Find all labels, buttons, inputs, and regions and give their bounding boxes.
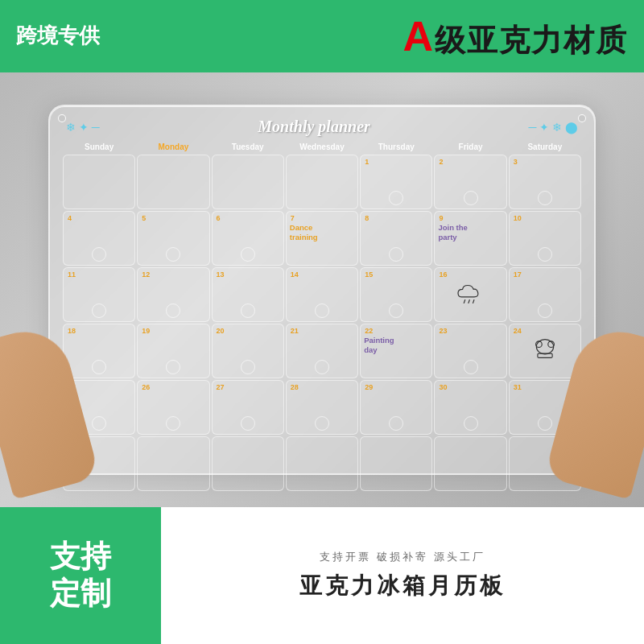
cell-circle bbox=[389, 191, 403, 205]
cell-27: 27 bbox=[212, 380, 284, 435]
cell-2: 2 bbox=[434, 155, 506, 209]
header-monday: Monday bbox=[137, 141, 209, 153]
planner-title: Monthly planner bbox=[258, 118, 369, 136]
calendar-rows: 1 2 3 bbox=[63, 155, 581, 491]
calendar-row-2: 4 5 6 7 Dancetraining bbox=[63, 211, 581, 266]
dance-training-event: Dancetraining bbox=[290, 223, 318, 243]
cell-circle bbox=[92, 247, 106, 262]
cell-circle bbox=[166, 416, 180, 431]
product-name: 亚克力冰箱月历板 bbox=[299, 571, 506, 601]
calendar-grid: Sunday Monday Tuesday Wednesday Thursday… bbox=[63, 141, 581, 491]
cloud-icon bbox=[455, 278, 487, 306]
painting-day-event: Paintingday bbox=[364, 336, 394, 356]
cell-18: 18 bbox=[63, 324, 135, 378]
cell-circle bbox=[92, 303, 106, 318]
chef-hat-icon bbox=[530, 332, 560, 365]
cell-circle bbox=[538, 416, 552, 431]
header-thursday: Thursday bbox=[360, 141, 432, 153]
pin-top-right bbox=[578, 114, 586, 122]
cell-circle bbox=[166, 303, 180, 318]
cell-circle bbox=[166, 360, 180, 374]
cell-23: 23 bbox=[434, 324, 506, 378]
cell-circle bbox=[538, 247, 552, 262]
page-wrapper: 跨境专供 A级亚克力材质 ❄ ✦ ─ Monthly planner ─ ✦ ❄… bbox=[0, 0, 644, 644]
cell-empty bbox=[286, 155, 358, 209]
cell-circle bbox=[389, 303, 403, 318]
decoration-left-icon: ❄ ✦ ─ bbox=[66, 121, 100, 134]
cell-9-party: 9 Join theparty bbox=[434, 211, 506, 266]
header-tuesday: Tuesday bbox=[212, 141, 284, 153]
header-sunday: Sunday bbox=[63, 141, 135, 153]
cell-13: 13 bbox=[212, 267, 284, 322]
cell-7-dance: 7 Dancetraining bbox=[286, 211, 358, 266]
cell-circle bbox=[538, 303, 552, 318]
cell-21: 21 bbox=[286, 324, 358, 378]
calendar-header-row: Sunday Monday Tuesday Wednesday Thursday… bbox=[63, 141, 581, 153]
cell-circle bbox=[464, 416, 478, 431]
svg-line-1 bbox=[468, 299, 469, 303]
cell-empty bbox=[360, 436, 432, 491]
product-info: 支持开票 破损补寄 源头工厂 亚克力冰箱月历板 bbox=[161, 507, 644, 644]
grade-a: A bbox=[402, 13, 435, 60]
cell-11: 11 bbox=[63, 267, 135, 322]
pin-top-left bbox=[58, 114, 66, 122]
calendar-row-5: 25 26 27 28 bbox=[63, 380, 581, 435]
cell-10: 10 bbox=[509, 211, 581, 266]
cell-empty bbox=[63, 155, 135, 209]
top-banner: 跨境专供 A级亚克力材质 bbox=[0, 0, 644, 72]
cell-17: 17 bbox=[509, 267, 581, 322]
cell-empty bbox=[212, 436, 284, 491]
cell-circle bbox=[464, 191, 478, 205]
cell-circle bbox=[389, 247, 403, 262]
cell-circle bbox=[241, 303, 255, 318]
acrylic-board: ❄ ✦ ─ Monthly planner ─ ✦ ❄ ⬤ Sunday Mon… bbox=[48, 105, 596, 475]
cell-empty bbox=[434, 436, 506, 491]
cell-empty bbox=[137, 436, 209, 491]
calendar-row-3: 11 12 13 14 bbox=[63, 267, 581, 322]
cell-circle bbox=[92, 416, 106, 431]
cell-16-cloud: 16 bbox=[434, 267, 506, 322]
cell-circle bbox=[241, 247, 255, 262]
cell-1: 1 bbox=[360, 155, 432, 209]
cell-8: 8 bbox=[360, 211, 432, 266]
header-saturday: Saturday bbox=[509, 141, 581, 153]
cell-24-chef: 24 bbox=[509, 324, 581, 378]
service-text: 支持开票 破损补寄 源头工厂 bbox=[320, 550, 485, 564]
cell-empty bbox=[137, 155, 209, 209]
header-wednesday: Wednesday bbox=[286, 141, 358, 153]
customization-text: 支持 定制 bbox=[50, 539, 111, 612]
cell-12: 12 bbox=[137, 267, 209, 322]
cell-14: 14 bbox=[286, 267, 358, 322]
cell-circle bbox=[389, 416, 403, 431]
cell-circle bbox=[315, 360, 329, 374]
cell-29: 29 bbox=[360, 380, 432, 435]
cell-circle bbox=[241, 416, 255, 431]
decoration-right-icon: ─ ✦ ❄ ⬤ bbox=[528, 121, 578, 134]
cell-circle bbox=[315, 416, 329, 431]
cell-circle bbox=[92, 360, 106, 374]
cell-circle bbox=[166, 247, 180, 262]
cell-circle bbox=[464, 360, 478, 374]
cell-20: 20 bbox=[212, 324, 284, 378]
cell-15: 15 bbox=[360, 267, 432, 322]
join-party-event: Join theparty bbox=[438, 223, 467, 243]
cell-30: 30 bbox=[434, 380, 506, 435]
cell-circle bbox=[241, 360, 255, 374]
cell-5: 5 bbox=[137, 211, 209, 266]
svg-line-0 bbox=[464, 299, 465, 303]
cell-circle bbox=[538, 191, 552, 205]
cell-empty bbox=[286, 436, 358, 491]
calendar-row-1: 1 2 3 bbox=[63, 155, 581, 209]
cell-6: 6 bbox=[212, 211, 284, 266]
cell-28: 28 bbox=[286, 380, 358, 435]
header-friday: Friday bbox=[434, 141, 506, 153]
cell-circle bbox=[315, 303, 329, 318]
calendar-row-6 bbox=[63, 436, 581, 491]
cell-4: 4 bbox=[63, 211, 135, 266]
customization-badge: 支持 定制 bbox=[0, 507, 161, 644]
product-area: ❄ ✦ ─ Monthly planner ─ ✦ ❄ ⬤ Sunday Mon… bbox=[0, 72, 644, 507]
bottom-area: 支持 定制 支持开票 破损补寄 源头工厂 亚克力冰箱月历板 bbox=[0, 507, 644, 644]
planner-header: ❄ ✦ ─ Monthly planner ─ ✦ ❄ ⬤ bbox=[63, 118, 581, 136]
cross-border-badge: 跨境专供 bbox=[16, 23, 100, 48]
material-title: A级亚克力材质 bbox=[402, 12, 628, 61]
